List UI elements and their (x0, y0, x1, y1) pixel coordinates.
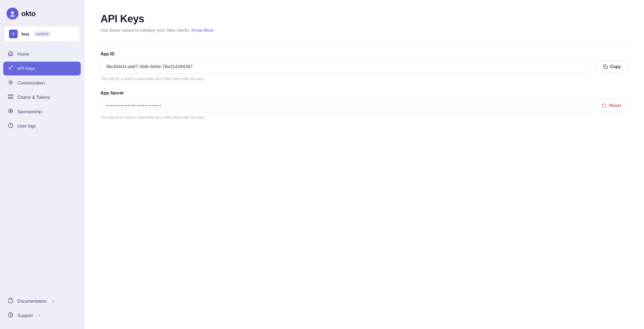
sidebar: okto T Test sandbox Home API (0, 0, 84, 329)
svg-point-0 (11, 11, 14, 14)
sidebar-item-support[interactable]: Support ↗ (3, 309, 81, 322)
support-icon (8, 312, 14, 319)
sidebar-item-label: Support (17, 313, 33, 318)
external-link-icon: ↗ (37, 314, 40, 318)
sidebar-item-user-logs[interactable]: User logs (3, 119, 81, 133)
app-id-row: Copy (101, 60, 628, 74)
copy-button[interactable]: Copy (596, 60, 628, 73)
chains-icon (8, 94, 14, 101)
svg-point-2 (9, 67, 11, 69)
workspace-selector[interactable]: T Test sandbox (4, 26, 80, 42)
sidebar-nav: Home API Keys Customization (0, 47, 84, 287)
sidebar-item-label: Sponsorship (17, 109, 42, 114)
sidebar-bottom: Documentation ↗ Support ↗ (0, 294, 84, 329)
logo-icon (7, 8, 18, 20)
svg-point-1 (10, 15, 15, 17)
workspace-badge: sandbox (33, 31, 51, 37)
section-divider (101, 42, 628, 42)
know-more-link[interactable]: Know More (191, 28, 213, 33)
documentation-icon (8, 298, 14, 305)
sidebar-item-documentation[interactable]: Documentation ↗ (3, 294, 81, 308)
app-id-input[interactable] (101, 60, 592, 74)
sidebar-item-label: Chains & Tokens (17, 95, 50, 100)
app-secret-section: App Secret Reset The app ID is used to a… (101, 91, 628, 119)
sidebar-item-label: Home (17, 52, 29, 57)
svg-rect-4 (8, 95, 10, 96)
sidebar-item-chains-tokens[interactable]: Chains & Tokens (3, 90, 81, 104)
main-content: API Keys Use these values to initialize … (84, 0, 644, 329)
nav-divider (4, 291, 80, 291)
sponsorship-icon (8, 108, 14, 115)
external-link-icon: ↗ (52, 299, 54, 303)
svg-rect-6 (8, 97, 10, 99)
sidebar-item-label: Customization (17, 81, 45, 86)
reset-button[interactable]: Reset (595, 99, 628, 112)
page-title: API Keys (101, 13, 628, 25)
logo-container: okto (0, 0, 84, 26)
sidebar-item-label: API Keys (17, 66, 35, 71)
api-key-icon (8, 65, 14, 72)
copy-button-label: Copy (610, 64, 621, 69)
svg-rect-13 (605, 66, 608, 69)
page-subtitle: Use these values to initialize your Okto… (101, 28, 628, 33)
svg-rect-7 (11, 97, 13, 99)
app-id-hint: The app ID is used to associate your Okt… (101, 77, 628, 81)
sidebar-item-label: User logs (17, 124, 36, 129)
app-secret-input[interactable] (101, 99, 591, 112)
copy-icon (603, 64, 608, 69)
reset-button-label: Reset (609, 103, 621, 108)
app-secret-row: Reset (101, 99, 628, 112)
sidebar-item-label: Documentation (17, 299, 47, 304)
sidebar-item-home[interactable]: Home (3, 47, 81, 61)
customization-icon (8, 80, 14, 86)
home-icon (8, 51, 14, 58)
svg-rect-5 (11, 95, 13, 96)
logo-text: okto (21, 10, 36, 18)
svg-point-3 (10, 82, 11, 83)
sidebar-item-customization[interactable]: Customization (3, 76, 81, 90)
reset-icon (602, 103, 607, 108)
sidebar-item-sponsorship[interactable]: Sponsorship (3, 105, 81, 119)
app-secret-hint: The app ID is used to associate your Okt… (101, 115, 628, 119)
workspace-avatar: T (9, 30, 18, 38)
workspace-name: Test (21, 32, 29, 36)
app-id-label: App ID (101, 52, 628, 56)
app-secret-label: App Secret (101, 91, 628, 96)
sidebar-item-api-keys[interactable]: API Keys (3, 62, 81, 75)
app-id-section: App ID Copy The app ID is used to associ… (101, 52, 628, 81)
user-logs-icon (8, 123, 14, 129)
